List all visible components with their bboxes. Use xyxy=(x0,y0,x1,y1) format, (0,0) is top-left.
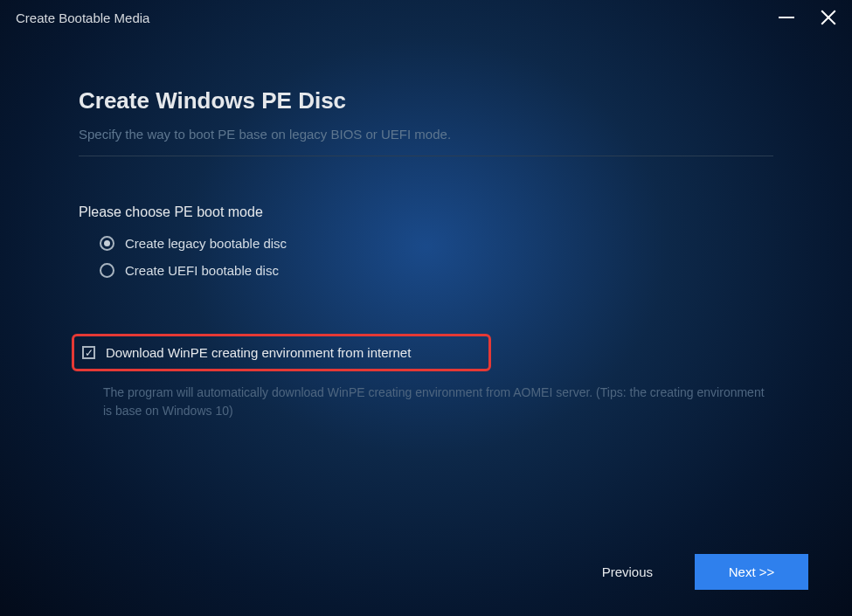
minimize-icon xyxy=(779,17,794,18)
minimize-button[interactable] xyxy=(779,17,794,18)
radio-group: Create legacy bootable disc Create UEFI … xyxy=(79,236,773,278)
hint-text: The program will automatically download … xyxy=(79,384,773,420)
radio-legacy-bootable[interactable]: Create legacy bootable disc xyxy=(100,236,773,251)
download-winpe-checkbox[interactable]: ✓ Download WinPE creating environment fr… xyxy=(77,345,481,360)
checkbox-label: Download WinPE creating environment from… xyxy=(106,345,411,360)
button-bar: Previous Next >> xyxy=(585,554,808,590)
page-subtitle: Specify the way to boot PE base on legac… xyxy=(79,127,773,142)
next-button[interactable]: Next >> xyxy=(695,554,808,590)
radio-icon xyxy=(100,263,114,278)
radio-label: Create UEFI bootable disc xyxy=(125,263,279,278)
titlebar: Create Bootable Media xyxy=(0,0,852,35)
close-icon xyxy=(821,10,836,25)
check-icon: ✓ xyxy=(85,348,94,358)
content-area: Create Windows PE Disc Specify the way t… xyxy=(0,35,852,420)
divider xyxy=(79,156,773,156)
radio-uefi-bootable[interactable]: Create UEFI bootable disc xyxy=(100,263,773,278)
checkbox-icon: ✓ xyxy=(82,346,95,359)
section-label: Please choose PE boot mode xyxy=(79,204,773,220)
window-controls xyxy=(779,10,836,25)
radio-icon xyxy=(100,236,114,251)
window-title: Create Bootable Media xyxy=(16,10,149,25)
page-title: Create Windows PE Disc xyxy=(79,87,773,114)
radio-label: Create legacy bootable disc xyxy=(125,236,287,251)
close-button[interactable] xyxy=(821,10,836,25)
download-winpe-highlight: ✓ Download WinPE creating environment fr… xyxy=(72,334,491,371)
previous-button[interactable]: Previous xyxy=(585,554,670,590)
